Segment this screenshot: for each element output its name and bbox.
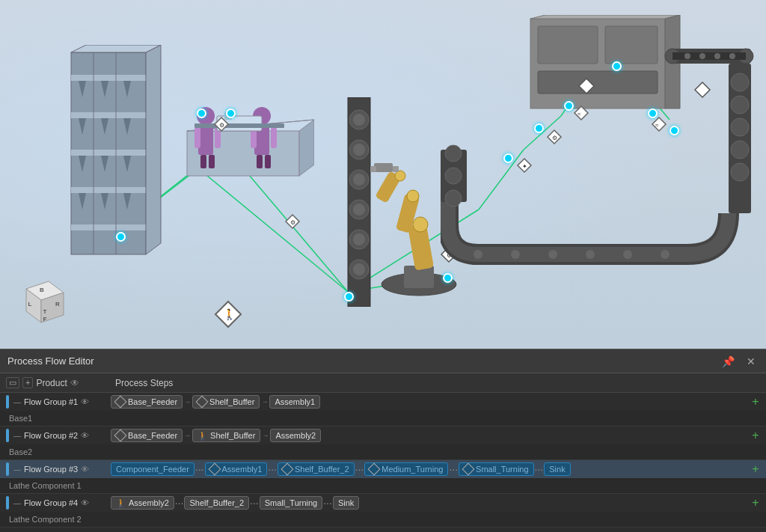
fg2-sub-label: Base2 [9, 447, 105, 456]
svg-rect-82 [538, 71, 658, 94]
flow-group-2-header[interactable]: — Flow Group #2 👁 Base_Feeder → 🚶 Shelf_… [0, 426, 766, 444]
fg3-step2-icon [208, 463, 221, 476]
fg3-step4-icon [368, 463, 381, 476]
svg-rect-46 [257, 155, 263, 168]
svg-point-104 [445, 145, 462, 162]
svg-rect-47 [265, 155, 271, 168]
3d-viewport[interactable]: ⚙ [0, 0, 766, 349]
fg4-step-1[interactable]: 🚶 Assembly2 [111, 496, 174, 510]
fg4-sub-label: Lathe Component 2 [9, 515, 105, 524]
process-badge-5: ≈ [573, 105, 589, 121]
fg2-step-3[interactable]: Assembly2 [270, 429, 321, 442]
svg-point-87 [684, 53, 690, 59]
svg-marker-20 [71, 45, 161, 52]
flow-group-1-header[interactable]: — Flow Group #1 👁 Base_Feeder → Shelf_Bu… [0, 393, 766, 411]
fg3-step3-icon [281, 463, 293, 476]
node-top-1 [612, 61, 622, 71]
flow-group-3-header[interactable]: — Flow Group #3 👁 Component_Feeder ··· A… [0, 460, 766, 478]
fg1-step-2[interactable]: Shelf_Buffer [192, 395, 260, 409]
fg1-collapse[interactable]: — [13, 398, 21, 406]
fg3-step-4[interactable]: Medium_Turning [364, 462, 448, 476]
fg4-conn-2: ··· [249, 497, 260, 509]
fg4-add[interactable]: + [748, 496, 763, 510]
fg1-step-3[interactable]: Assembly1 [269, 395, 320, 409]
fg3-left: — Flow Group #3 👁 [3, 462, 108, 476]
fg2-step-2[interactable]: 🚶 Shelf_Buffer [192, 429, 260, 442]
fg3-step-2[interactable]: Assembly1 [205, 462, 268, 476]
product-col-label: Product [36, 378, 67, 388]
svg-text:✦: ✦ [522, 163, 527, 170]
fg1-conn-1: → [183, 398, 192, 406]
fg3-step5-icon [462, 463, 475, 476]
svg-point-53 [353, 114, 365, 126]
svg-rect-40 [200, 155, 206, 168]
fg1-eye[interactable]: 👁 [81, 397, 89, 406]
svg-rect-81 [605, 26, 658, 64]
fg4-step-2[interactable]: Shelf_Buffer_2 [184, 496, 249, 510]
svg-point-69 [413, 217, 428, 232]
steps-col-label: Process Steps [115, 378, 173, 388]
fg3-sub-label: Lathe Component 1 [9, 481, 105, 490]
svg-text:⚙: ⚙ [552, 135, 557, 141]
fg4-step-3[interactable]: Small_Turning [260, 496, 323, 510]
pin-button[interactable]: 📌 [719, 355, 738, 368]
fg3-conn-4: ··· [448, 463, 459, 475]
fg1-step2-icon [196, 396, 209, 409]
fg4-step-4[interactable]: Sink [333, 496, 359, 510]
fg3-step-6[interactable]: Sink [544, 462, 570, 476]
collapse-all-button[interactable]: ▭ [6, 377, 19, 388]
fg2-name: Flow Group #2 [24, 431, 78, 440]
process-badge-1: ⚙ [213, 116, 230, 132]
svg-point-102 [661, 250, 670, 259]
svg-text:L: L [28, 301, 32, 308]
svg-rect-12 [71, 75, 146, 81]
fg1-step-1[interactable]: Base_Feeder [111, 395, 183, 409]
svg-point-95 [731, 141, 749, 159]
svg-rect-80 [538, 26, 598, 64]
fg3-add[interactable]: + [748, 462, 763, 476]
flow-group-2: — Flow Group #2 👁 Base_Feeder → 🚶 Shelf_… [0, 426, 766, 460]
svg-point-97 [474, 250, 482, 259]
flow-group-4: — Flow Group #4 👁 🚶 Assembly2 ··· Shelf_… [0, 494, 766, 528]
svg-marker-34 [299, 120, 314, 176]
add-product-button[interactable]: + [22, 377, 33, 388]
svg-point-93 [731, 96, 749, 114]
process-flow-panel: Process Flow Editor 📌 ✕ ▭ + Product 👁 Pr… [0, 349, 766, 532]
fg3-step-5[interactable]: Small_Turning [459, 462, 534, 476]
fg2-add[interactable]: + [748, 429, 763, 442]
svg-rect-74 [393, 166, 399, 172]
fg4-eye[interactable]: 👁 [81, 498, 89, 507]
svg-point-88 [699, 53, 705, 59]
fg2-conn-2: → [260, 432, 270, 439]
close-button[interactable]: ✕ [744, 355, 759, 368]
flow-group-4-header[interactable]: — Flow Group #4 👁 🚶 Assembly2 ··· Shelf_… [0, 494, 766, 512]
process-badge-3: ✦ [516, 157, 533, 174]
svg-rect-73 [370, 166, 376, 172]
fg4-step1-icon: 🚶 [116, 498, 126, 508]
flow-groups-container[interactable]: — Flow Group #1 👁 Base_Feeder → Shelf_Bu… [0, 393, 766, 532]
fg1-left: — Flow Group #1 👁 [3, 395, 108, 409]
svg-point-105 [445, 168, 462, 184]
svg-rect-14 [71, 150, 146, 156]
svg-marker-119 [652, 117, 666, 131]
fg3-collapse[interactable]: — [13, 465, 21, 474]
fg3-step-3[interactable]: Shelf_Buffer_2 [278, 462, 355, 476]
fg3-name: Flow Group #3 [24, 465, 78, 474]
svg-text:B: B [40, 287, 44, 293]
svg-text:≈: ≈ [655, 122, 659, 129]
nav-cube[interactable]: B L T R F [15, 274, 75, 334]
svg-marker-17 [146, 45, 161, 254]
fg4-collapse[interactable]: — [13, 499, 21, 507]
fg3-step-1[interactable]: Component_Feeder [111, 462, 194, 476]
fg2-collapse[interactable]: — [13, 432, 21, 440]
fg4-left: — Flow Group #4 👁 [3, 496, 108, 510]
fg2-step-1[interactable]: Base_Feeder [111, 429, 183, 442]
fg4-name: Flow Group #4 [24, 498, 78, 507]
flow-group-3: — Flow Group #3 👁 Component_Feeder ··· A… [0, 460, 766, 494]
product-visibility-icon[interactable]: 👁 [70, 378, 79, 388]
fg3-eye[interactable]: 👁 [81, 465, 89, 474]
svg-point-101 [623, 250, 632, 259]
fg1-add[interactable]: + [748, 395, 763, 409]
fg2-eye[interactable]: 👁 [81, 431, 89, 440]
svg-marker-117 [574, 106, 588, 120]
